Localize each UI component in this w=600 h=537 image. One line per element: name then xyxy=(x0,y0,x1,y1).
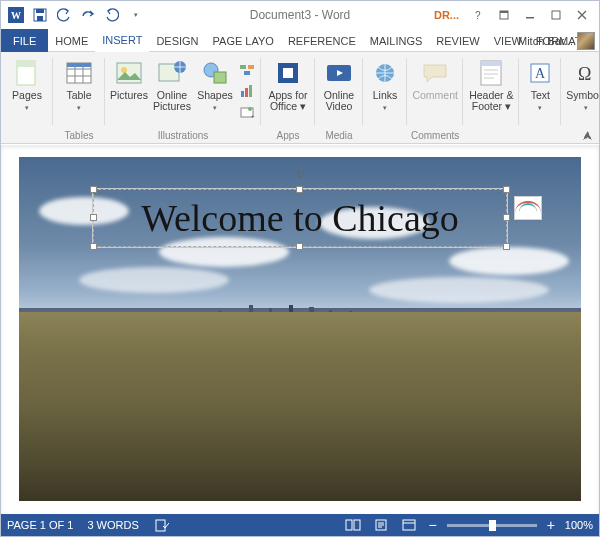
resize-handle[interactable] xyxy=(296,243,303,250)
user-name[interactable]: Mitch Bar... xyxy=(518,35,573,47)
group-label xyxy=(367,127,403,143)
status-words[interactable]: 3 WORDS xyxy=(87,519,138,531)
text-button[interactable]: A Text▾ xyxy=(523,56,557,113)
group-header-footer: Header & Footer ▾ xyxy=(463,52,519,143)
table-icon xyxy=(64,58,94,88)
save-icon[interactable] xyxy=(29,4,51,26)
minimize-icon[interactable] xyxy=(517,4,543,26)
redo-icon[interactable] xyxy=(77,4,99,26)
group-label: Tables xyxy=(57,127,101,143)
svg-text:W: W xyxy=(11,10,21,21)
resize-handle[interactable] xyxy=(296,186,303,193)
group-pages: Pages▾ xyxy=(1,52,53,143)
undo-icon[interactable] xyxy=(53,4,75,26)
group-media: Online Video Media xyxy=(315,52,363,143)
online-pictures-button[interactable]: Online Pictures xyxy=(151,56,193,112)
tab-reference[interactable]: REFERENCE xyxy=(281,29,363,52)
svg-rect-27 xyxy=(241,91,244,97)
group-label xyxy=(5,127,49,143)
layout-options-button[interactable] xyxy=(514,196,542,220)
resize-handle[interactable] xyxy=(503,243,510,250)
text-box-content[interactable]: Welcome to Chicago xyxy=(141,196,459,240)
svg-rect-59 xyxy=(403,520,415,530)
document-area[interactable]: ↻ Welcome to Chicago xyxy=(1,145,599,514)
layout-options-icon xyxy=(519,203,537,213)
qat-customize-icon[interactable]: ▾ xyxy=(125,4,147,26)
maximize-icon[interactable] xyxy=(543,4,569,26)
group-label xyxy=(467,127,515,143)
text-label: Text xyxy=(531,89,550,101)
pictures-icon xyxy=(114,58,144,88)
resize-handle[interactable] xyxy=(503,186,510,193)
screenshot-button[interactable]: + xyxy=(237,102,257,122)
file-tab[interactable]: FILE xyxy=(1,29,48,52)
status-page[interactable]: PAGE 1 OF 1 xyxy=(7,519,73,531)
online-pictures-icon xyxy=(157,58,187,88)
close-icon[interactable] xyxy=(569,4,595,26)
tab-page-layout[interactable]: PAGE LAYO xyxy=(206,29,281,52)
zoom-slider[interactable] xyxy=(447,524,537,527)
design-badge[interactable]: DR... xyxy=(434,9,459,21)
collapse-ribbon-icon[interactable]: ⮝ xyxy=(583,130,593,141)
read-mode-icon[interactable] xyxy=(344,518,362,532)
zoom-level[interactable]: 100% xyxy=(565,519,593,531)
symbols-button[interactable]: Ω Symbols▾ xyxy=(565,56,600,113)
svg-rect-17 xyxy=(67,63,91,67)
tab-review[interactable]: REVIEW xyxy=(429,29,486,52)
group-symbols: Ω Symbols▾ xyxy=(561,52,600,143)
links-button[interactable]: Links▾ xyxy=(367,56,403,113)
header-footer-icon xyxy=(476,58,506,88)
zoom-out-button[interactable]: − xyxy=(428,520,436,530)
svg-text:Ω: Ω xyxy=(578,64,591,84)
table-button[interactable]: Table▾ xyxy=(57,56,101,113)
svg-rect-52 xyxy=(156,520,165,531)
group-links: Links▾ xyxy=(363,52,407,143)
online-video-button[interactable]: Online Video xyxy=(319,56,359,112)
apps-label: Apps for Office ▾ xyxy=(265,90,311,112)
print-layout-icon[interactable] xyxy=(372,518,390,532)
resize-handle[interactable] xyxy=(90,186,97,193)
svg-rect-34 xyxy=(283,68,293,78)
pictures-button[interactable]: Pictures xyxy=(109,56,149,112)
tab-insert[interactable]: INSERT xyxy=(95,29,149,52)
tab-home[interactable]: HOME xyxy=(48,29,95,52)
ribbon: Pages▾ Table▾ Tables Pictures Online Pic… xyxy=(1,52,599,144)
svg-rect-7 xyxy=(500,11,508,13)
resize-handle[interactable] xyxy=(503,214,510,221)
apps-for-office-button[interactable]: Apps for Office ▾ xyxy=(265,56,311,112)
header-footer-label: Header & Footer ▾ xyxy=(467,90,515,112)
word-app-icon[interactable]: W xyxy=(5,4,27,26)
header-footer-button[interactable]: Header & Footer ▾ xyxy=(467,56,515,112)
resize-handle[interactable] xyxy=(90,243,97,250)
comment-icon xyxy=(420,58,450,88)
illustrations-small: + xyxy=(237,56,257,122)
svg-rect-3 xyxy=(36,9,44,13)
ribbon-display-icon[interactable] xyxy=(491,4,517,26)
shapes-button[interactable]: Shapes▾ xyxy=(195,56,235,113)
chart-button[interactable] xyxy=(237,81,257,101)
online-pictures-label: Online Pictures xyxy=(151,90,193,112)
svg-text:+: + xyxy=(251,113,255,119)
text-icon: A xyxy=(525,58,555,88)
tab-design[interactable]: DESIGN xyxy=(149,29,205,52)
avatar[interactable] xyxy=(577,32,595,50)
video-label: Online Video xyxy=(319,90,359,112)
title-bar: W ▾ Document3 - Word DR... ? xyxy=(1,1,599,29)
links-icon xyxy=(370,58,400,88)
tab-mailings[interactable]: MAILINGS xyxy=(363,29,430,52)
resize-handle[interactable] xyxy=(90,214,97,221)
help-icon[interactable]: ? xyxy=(465,4,491,26)
group-apps: Apps for Office ▾ Apps xyxy=(261,52,315,143)
undo-dropdown-icon[interactable] xyxy=(101,4,123,26)
pages-button[interactable]: Pages▾ xyxy=(5,56,49,113)
zoom-in-button[interactable]: + xyxy=(547,520,555,530)
text-box[interactable]: ↻ Welcome to Chicago xyxy=(93,189,507,247)
pages-label: Pages xyxy=(12,89,42,101)
web-layout-icon[interactable] xyxy=(400,518,418,532)
group-tables: Table▾ Tables xyxy=(53,52,105,143)
smartart-button[interactable] xyxy=(237,60,257,80)
rotate-handle-icon[interactable]: ↻ xyxy=(292,166,308,182)
svg-rect-11 xyxy=(17,61,35,67)
spellcheck-icon[interactable] xyxy=(153,518,171,532)
group-label: Illustrations xyxy=(109,127,257,143)
